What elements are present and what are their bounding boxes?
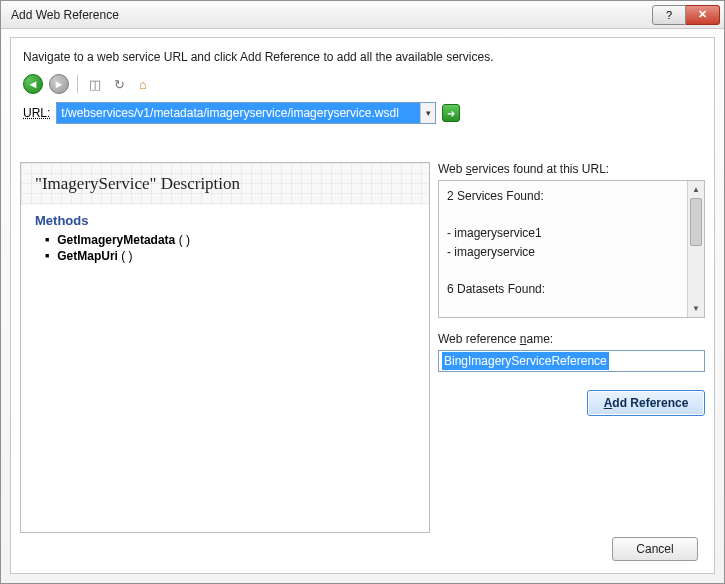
main-split: "ImageryService" Description Methods Get… — [20, 162, 705, 533]
close-button[interactable]: ✕ — [686, 5, 720, 25]
scroll-thumb[interactable] — [690, 198, 702, 246]
help-button[interactable]: ? — [652, 5, 686, 25]
refname-input[interactable]: BingImageryServiceReference — [442, 352, 609, 370]
description-content: Methods GetImageryMetadata ( ) GetMapUri… — [21, 205, 429, 272]
dialog-body: Navigate to a web service URL and click … — [10, 37, 715, 574]
cancel-button[interactable]: Cancel — [612, 537, 698, 561]
service-list-item[interactable]: - imageryservice — [447, 243, 696, 262]
services-found-label: Web services found at this URL: — [438, 162, 705, 176]
refname-input-wrap[interactable]: BingImageryServiceReference — [438, 350, 705, 372]
dataset-list-item[interactable]: - ImageryService3 — [447, 317, 696, 318]
window-controls: ? ✕ — [652, 5, 720, 25]
refresh-icon[interactable]: ↻ — [110, 75, 128, 93]
methods-list: GetImageryMetadata ( ) GetMapUri ( ) — [35, 232, 415, 264]
url-combobox[interactable]: ▾ — [56, 102, 436, 124]
method-item: GetImageryMetadata ( ) — [45, 232, 415, 248]
description-header: "ImageryService" Description — [21, 163, 429, 205]
back-button[interactable]: ◄ — [23, 74, 43, 94]
window-title: Add Web Reference — [11, 8, 652, 22]
services-count-line: 2 Services Found: — [447, 187, 696, 206]
description-pane: "ImageryService" Description Methods Get… — [20, 162, 430, 533]
methods-heading: Methods — [35, 213, 415, 228]
add-reference-button[interactable]: Add Reference — [587, 390, 705, 416]
title-bar: Add Web Reference ? ✕ — [1, 1, 724, 29]
services-content: 2 Services Found: - imageryservice1 - im… — [439, 181, 704, 318]
url-input[interactable] — [57, 103, 420, 123]
scroll-down-icon[interactable]: ▼ — [688, 300, 704, 317]
forward-button[interactable]: ► — [49, 74, 69, 94]
instruction-text: Navigate to a web service URL and click … — [11, 38, 714, 70]
url-dropdown-button[interactable]: ▾ — [420, 103, 435, 123]
home-icon[interactable]: ⌂ — [134, 75, 152, 93]
url-label: URL: — [23, 106, 50, 120]
scroll-up-icon[interactable]: ▲ — [688, 181, 704, 198]
service-list-item[interactable]: - imageryservice1 — [447, 224, 696, 243]
toolbar-separator — [77, 75, 78, 93]
footer: Cancel — [612, 537, 698, 561]
add-button-row: Add Reference — [438, 390, 705, 416]
dialog-window: Add Web Reference ? ✕ Navigate to a web … — [0, 0, 725, 584]
url-row: URL: ▾ ➜ — [11, 98, 714, 134]
nav-toolbar: ◄ ► ◫ ↻ ⌂ — [11, 70, 714, 98]
services-listbox[interactable]: 2 Services Found: - imageryservice1 - im… — [438, 180, 705, 318]
services-scrollbar[interactable]: ▲ ▼ — [687, 181, 704, 317]
service-title: "ImageryService" Description — [35, 174, 240, 194]
go-button[interactable]: ➜ — [442, 104, 460, 122]
stop-refresh-icon[interactable]: ◫ — [86, 75, 104, 93]
refname-label: Web reference name: — [438, 332, 705, 346]
method-item: GetMapUri ( ) — [45, 248, 415, 264]
datasets-count-line: 6 Datasets Found: — [447, 280, 696, 299]
right-pane: Web services found at this URL: 2 Servic… — [438, 162, 705, 533]
